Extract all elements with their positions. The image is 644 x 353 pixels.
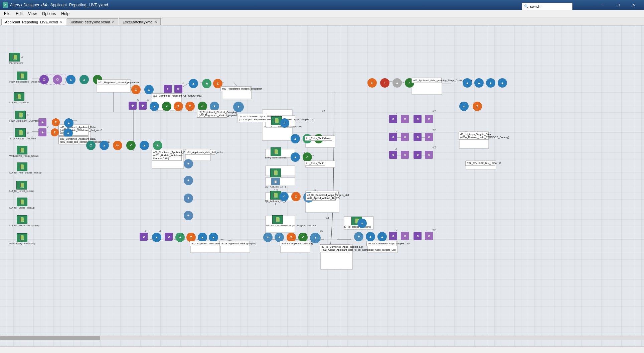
node-tri-9[interactable]: ▲ [357, 219, 367, 228]
node-join-7[interactable]: ⊕ [38, 118, 46, 126]
node-mode-lookup[interactable]: 📗 LU_tbl_Mode_lookup [9, 198, 34, 210]
node-join-r15[interactable]: ⊕ [414, 232, 422, 240]
node-join-10[interactable]: ⊕ #1 [140, 233, 148, 241]
node-tri-1[interactable]: ▲ [144, 85, 154, 94]
node-stg-code[interactable]: 📗 -3 STG_CODE_UPDATE [9, 128, 34, 140]
box-a01[interactable]: a01_Applicants_data_Add_nulls [185, 150, 215, 155]
node-sum-5[interactable]: Σ [52, 118, 60, 126]
node-join-2[interactable]: ⬡ [53, 75, 62, 84]
node-filter-1[interactable]: ▲ [79, 75, 89, 84]
node-fundability[interactable]: 📗 Fundability_Recoding [9, 233, 34, 245]
node-withdrawn[interactable]: 📗 Withdrawn_From_UCAS [9, 146, 34, 158]
node-check-2[interactable]: ✓ [162, 102, 171, 111]
node-sum-3[interactable]: Σ [174, 102, 183, 111]
node-star-6[interactable]: ✦ [184, 194, 193, 203]
node-join-r9[interactable]: ⊕ -2 [389, 151, 397, 159]
node-join-r13[interactable]: ⊕ -2 [389, 232, 397, 240]
box-h01[interactable]: h01_Registered_student_population [97, 80, 127, 85]
node-sum-r1[interactable]: Σ [367, 78, 377, 88]
node-formula-2[interactable]: ▲ [64, 118, 73, 128]
box-dr-apps-targets[interactable]: dR_tbl_Apps_Targets_Data (d03a_Remove_cu… [459, 132, 489, 140]
node-tick-1[interactable]: ✓ [280, 118, 289, 128]
node-sum-7[interactable]: Σ [291, 192, 301, 201]
menu-edit[interactable]: Edit [13, 11, 25, 17]
node-star-7[interactable]: ✦ [184, 211, 193, 220]
node-tri-r1[interactable]: ▲ [392, 78, 402, 88]
node-star-r1[interactable]: ✦ [354, 232, 363, 241]
node-join-r5[interactable]: ⊕ -2 [389, 133, 397, 141]
node-sum-far1[interactable]: Σ [473, 102, 482, 111]
box-h03[interactable]: h03_Registered_student_population [220, 86, 251, 91]
node-fee-status[interactable]: 📗 LU_tbl_Fee_Status_lookup [9, 162, 34, 174]
node-star-4[interactable]: ✦ [184, 159, 193, 168]
node-join-1[interactable]: ⬡ [39, 75, 49, 84]
box-a02[interactable]: a02_Applicant_data_grouping [190, 241, 220, 246]
node-tri-6[interactable]: ▲ [140, 141, 149, 150]
box-tbl-course-div[interactable]: TBL_COURSE_DIV_LOOKUP [465, 161, 495, 166]
box-a00-mktbl[interactable]: a00_Combined_Applicant_Data (a001_Update… [58, 125, 89, 136]
node-sum-1[interactable]: Σ [131, 85, 141, 94]
box-c0-actuals[interactable]: c0_tbl_Combined_Apps_Targets_List (c04_A… [306, 193, 336, 201]
node-tri-12[interactable]: ▲ [209, 233, 218, 242]
node-parameters[interactable]: 📗 -4 Parameters [9, 53, 23, 65]
menu-view[interactable]: View [25, 11, 39, 17]
box-a00[interactable]: a00_Combined_Applicant_UF_GROUPING [152, 93, 182, 98]
node-check-6[interactable]: ✓ [303, 152, 312, 162]
node-sum-8[interactable]: Σ [186, 233, 196, 242]
box-c0-combined-right[interactable]: c0_tbl_Combined_Apps_Targets_List [366, 241, 396, 246]
node-level-lookup[interactable]: 📗 LU_tbl_Level_lookup [9, 181, 34, 193]
scrollbar-thumb[interactable] [0, 336, 100, 340]
node-check-8[interactable]: ✓ [298, 233, 308, 242]
node-tri-r3[interactable]: ▲ [474, 78, 484, 88]
tab1-close[interactable]: ✕ [60, 20, 62, 24]
menu-help[interactable]: Help [58, 11, 72, 17]
box-lu-entry-tariff-2[interactable]: LU_Entry_Tariff [305, 161, 325, 166]
node-sort-r1[interactable]: ↕ [380, 78, 389, 88]
node-star-11[interactable]: ✦ [263, 233, 273, 242]
node-join-r10[interactable]: ⊕ [401, 151, 409, 159]
node-q2-actuals[interactable]: 📗 📋 Q2_Actuals_17_17_c [265, 168, 286, 192]
node-join-r14[interactable]: ⊕ [401, 232, 409, 240]
tab-applicant-reporting[interactable]: Applicant_Reporting_LIVE.yxmd ✕ [1, 19, 66, 25]
node-tri-7[interactable]: ▲ [291, 134, 300, 143]
node-tri-10[interactable]: ▲ -2 [152, 233, 161, 242]
tab3-close[interactable]: ✕ [154, 20, 157, 24]
tab2-close[interactable]: ✕ [112, 20, 115, 24]
menu-options[interactable]: Options [39, 11, 58, 17]
box-a00-2[interactable]: a00_Combined_Applicant_Data (a00_mktbl_a… [58, 136, 89, 144]
node-raw-applicant[interactable]: 📗 -2 Raw_Applicant_Querces_Data [9, 111, 34, 123]
minimize-button[interactable]: − [595, 0, 611, 10]
node-formula-4[interactable]: ✂ [113, 141, 122, 150]
search-area[interactable]: 🔍 [522, 3, 573, 10]
node-tri-r4[interactable]: ▲ [486, 78, 495, 88]
tab-historic-tests[interactable]: HistoricTestsyxmd.yxmd ✕ [67, 18, 118, 25]
node-join-r11[interactable]: ⊕ [414, 151, 422, 159]
node-sum-6[interactable]: Σ [51, 128, 59, 136]
node-raw-registered[interactable]: 📗 Raw_Registered_Student_Data [9, 72, 34, 84]
search-input[interactable] [530, 4, 570, 8]
node-join-r12[interactable]: ⊕ [425, 151, 433, 159]
maximize-button[interactable]: □ [611, 0, 626, 10]
node-join-r1[interactable]: ⊕ -2 [389, 115, 397, 123]
box-lu-entry-tariff[interactable]: LU_Entry_Tariff (Low) [305, 136, 332, 141]
node-join-3[interactable]: + -1 [164, 85, 172, 93]
node-star-10[interactable]: ★ [175, 233, 185, 242]
node-join-4[interactable]: ⊕ -2 [174, 85, 182, 93]
node-tri-2[interactable]: ▲ [189, 79, 198, 88]
horizontal-scrollbar[interactable] [0, 336, 644, 340]
node-join-11[interactable]: ⊕ [165, 233, 173, 241]
box-c0[interactable]: c0_tbl_Combined_Apps_Targets_List (c03_A… [237, 114, 267, 122]
node-entry-tariff-scores[interactable]: 📗 Entry Tariff Scores [265, 147, 287, 159]
node-tri-r7[interactable]: ▲ [377, 232, 387, 241]
canvas-area[interactable]: 📗 -4 Parameters 📗 Raw_Registered_Student… [0, 25, 644, 346]
node-tri-r6[interactable]: ▲ [366, 232, 375, 241]
node-sum-9[interactable]: Σ [287, 233, 296, 242]
box-a001[interactable]: a00_Combined_Applicant_Data (a001_Update… [152, 150, 182, 161]
node-tri-11[interactable]: ▲ [198, 233, 207, 242]
node-star-5[interactable]: ✦ [184, 176, 193, 185]
box-c0-bottom[interactable]: c0_tbl_Combined_Apps_Targets_List (c02_A… [320, 244, 350, 252]
node-join-r6[interactable]: ⊕ [401, 133, 409, 141]
tab-excel-batch[interactable]: ExcelBatchy.yxmc ✕ [119, 18, 160, 25]
node-check-7[interactable]: ✓ [279, 192, 289, 201]
node-tri-3[interactable]: ★ [202, 79, 211, 88]
